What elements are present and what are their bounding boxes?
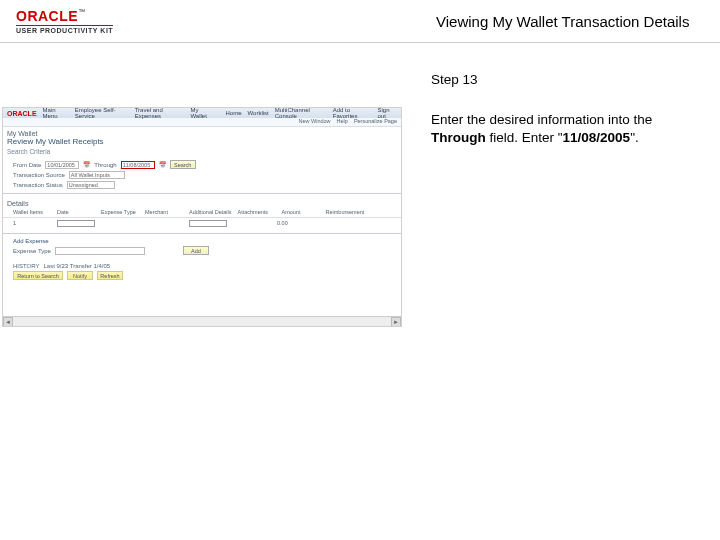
source-select[interactable]: All Wallet Inputs xyxy=(69,171,125,179)
search-button[interactable]: Search xyxy=(170,160,196,169)
table-header: Wallet Items Date Expense Type Merchant … xyxy=(3,207,401,218)
row-idx: 1 xyxy=(13,220,51,228)
row-detail-checkbox[interactable] xyxy=(189,220,227,227)
col-wallet: Wallet Items xyxy=(13,209,51,215)
app-menubar: ORACLE Main Menu Employee Self-Service T… xyxy=(3,108,401,118)
row-amount: 0.00 xyxy=(277,220,315,228)
instr-value: 11/08/2005 xyxy=(563,130,631,145)
menu-ess: Employee Self-Service xyxy=(75,107,129,119)
source-label: Transaction Source xyxy=(13,172,65,178)
col-addl: Additional Details xyxy=(189,209,232,215)
link-personalize[interactable]: Personalize Page xyxy=(354,118,397,126)
expense-type-select[interactable] xyxy=(55,247,145,255)
table-row: 1 0.00 xyxy=(3,218,401,230)
return-search-button[interactable]: Return to Search xyxy=(13,271,63,280)
col-type: Expense Type xyxy=(101,209,139,215)
menu-wallet: My Wallet xyxy=(190,107,213,119)
add-expense-label: Add Expense xyxy=(13,238,49,244)
app-brand: ORACLE xyxy=(7,110,37,117)
source-row: Transaction Source All Wallet Inputs xyxy=(3,170,401,180)
date-row: From Date 10/01/2005 📅 Through 11/08/200… xyxy=(3,159,401,170)
doc-body: ORACLE Main Menu Employee Self-Service T… xyxy=(0,43,720,327)
screenshot-column: ORACLE Main Menu Employee Self-Service T… xyxy=(0,47,415,327)
scroll-left-icon[interactable]: ◄ xyxy=(3,317,13,327)
app-screenshot-thumb: ORACLE Main Menu Employee Self-Service T… xyxy=(2,107,402,327)
details-label: Details xyxy=(3,197,401,207)
expense-type-row: Expense Type Add xyxy=(3,245,401,256)
bottom-buttons: Return to Search Notify Refresh xyxy=(3,270,401,281)
add-button[interactable]: Add xyxy=(183,246,209,255)
link-help[interactable]: Help xyxy=(337,118,348,126)
calendar-icon[interactable]: 📅 xyxy=(159,161,166,168)
status-row: Transaction Status Unassigned xyxy=(3,180,401,190)
trademark: ™ xyxy=(78,8,85,15)
product-name: USER PRODUCTIVITY KIT xyxy=(16,25,113,34)
col-merchant: Merchant xyxy=(145,209,183,215)
history-label: HISTORY xyxy=(13,263,39,269)
expense-type-label: Expense Type xyxy=(13,248,51,254)
nav-worklist[interactable]: Worklist xyxy=(248,110,269,116)
instr-part3: ". xyxy=(630,130,639,145)
instructions: Step 13 Enter the desired information in… xyxy=(415,47,720,327)
col-amount: Amount xyxy=(282,209,320,215)
horizontal-scrollbar[interactable]: ◄ ► xyxy=(3,316,401,326)
through-input[interactable]: 11/08/2005 xyxy=(121,161,155,169)
status-label: Transaction Status xyxy=(13,182,63,188)
link-newwindow[interactable]: New Window xyxy=(298,118,330,126)
app-page-title: Review My Wallet Receipts xyxy=(3,137,401,148)
add-expense-header: Add Expense xyxy=(3,237,401,245)
instr-fieldname: Through xyxy=(431,130,486,145)
menu-main: Main Menu xyxy=(43,107,69,119)
col-attach: Attachments xyxy=(238,209,276,215)
app-submenubar: New Window Help Personalize Page xyxy=(3,118,401,127)
through-label: Through xyxy=(94,162,116,168)
history-value: Last 9/23 Transfer 1/4/05 xyxy=(43,263,110,269)
doc-header: ORACLE™ USER PRODUCTIVITY KIT Viewing My… xyxy=(0,0,720,43)
nav-home[interactable]: Home xyxy=(226,110,242,116)
refresh-button[interactable]: Refresh xyxy=(97,271,123,280)
col-date: Date xyxy=(57,209,95,215)
app-subtitle: Search Criteria xyxy=(3,148,401,159)
page-title: Viewing My Wallet Transaction Details xyxy=(146,13,704,30)
step-number: Step 13 xyxy=(431,71,700,89)
status-select[interactable]: Unassigned xyxy=(67,181,115,189)
scroll-right-icon[interactable]: ► xyxy=(391,317,401,327)
calendar-icon[interactable]: 📅 xyxy=(83,161,90,168)
from-date-label: From Date xyxy=(13,162,41,168)
instr-part2: field. Enter " xyxy=(486,130,563,145)
col-reimb: Reimbursement xyxy=(326,209,365,215)
brand-logo: ORACLE™ USER PRODUCTIVITY KIT xyxy=(16,8,146,34)
instr-part1: Enter the desired information into the xyxy=(431,112,652,127)
brand-name: ORACLE xyxy=(16,8,78,24)
breadcrumb: My Wallet xyxy=(3,127,401,137)
instruction-text: Enter the desired information into the T… xyxy=(431,111,700,147)
from-date-input[interactable]: 10/01/2005 xyxy=(45,161,79,169)
row-checkbox[interactable] xyxy=(57,220,95,227)
notify-button[interactable]: Notify xyxy=(67,271,93,280)
menu-te: Travel and Expenses xyxy=(135,107,185,119)
history-row: HISTORY Last 9/23 Transfer 1/4/05 xyxy=(3,262,401,270)
